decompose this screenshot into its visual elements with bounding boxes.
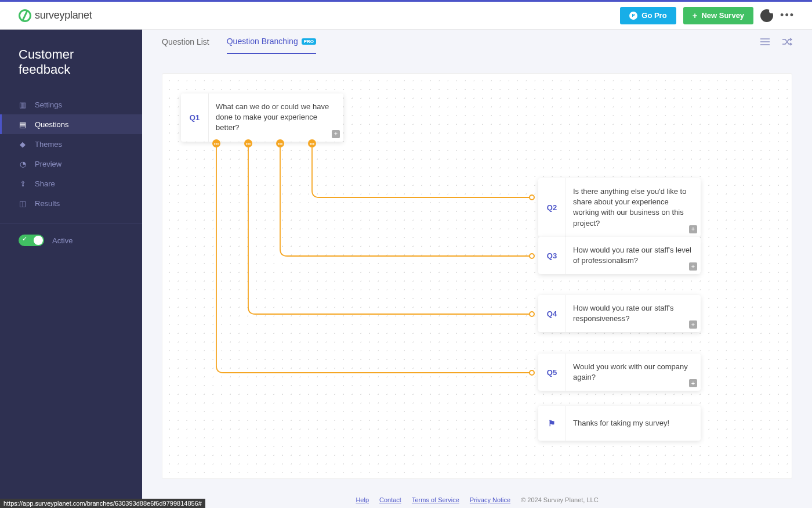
main-area: Question List Question Branching PRO xyxy=(142,30,812,508)
shuffle-icon[interactable] xyxy=(782,37,792,47)
question-card-q2[interactable]: Q2 Is there anything else you'd like to … xyxy=(538,178,701,237)
branch-endpoint xyxy=(529,194,535,200)
question-card-q1[interactable]: Q1 What can we do or could we have done … xyxy=(181,93,343,142)
sidebar-item-label: Questions xyxy=(35,120,69,129)
logo-text: surveyplanet xyxy=(35,9,92,21)
sidebar-item-label: Themes xyxy=(35,140,62,149)
branch-endpoint xyxy=(529,311,535,317)
survey-title: Customer feedback xyxy=(0,47,142,95)
pro-badge: PRO xyxy=(302,38,316,45)
list-view-icon[interactable] xyxy=(760,37,770,47)
branch-node[interactable]: ••• xyxy=(244,139,252,147)
branch-endpoint xyxy=(529,370,535,376)
footer: Help Contact Terms of Service Privacy No… xyxy=(142,492,812,508)
add-branch-icon[interactable]: + xyxy=(689,320,697,329)
sidebar-item-preview[interactable]: ◔Preview xyxy=(0,154,142,174)
branching-canvas[interactable]: Q1 What can we do or could we have done … xyxy=(162,73,792,479)
status-bar-url: https://app.surveyplanet.com/branches/63… xyxy=(0,499,205,508)
branch-endpoint xyxy=(529,253,535,259)
question-number: Q3 xyxy=(538,237,566,274)
final-card[interactable]: ⚑ Thanks for taking my survey! xyxy=(538,406,701,441)
results-icon: ◫ xyxy=(19,199,27,207)
app-header: surveyplanet P Go Pro + New Survey ••• xyxy=(0,2,812,30)
sidebar-item-results[interactable]: ◫Results xyxy=(0,193,142,213)
share-icon: ⇪ xyxy=(19,179,27,188)
tab-question-list[interactable]: Question List xyxy=(162,30,209,54)
active-toggle[interactable] xyxy=(19,235,44,246)
brand-logo[interactable]: surveyplanet xyxy=(19,9,92,22)
sidebar-divider xyxy=(0,224,142,224)
flag-icon: ⚑ xyxy=(538,406,566,441)
branch-node[interactable]: ••• xyxy=(212,139,220,147)
footer-privacy-link[interactable]: Privacy Notice xyxy=(470,496,510,503)
questions-icon: ▤ xyxy=(19,120,27,128)
pro-icon: P xyxy=(629,12,637,20)
themes-icon: ◆ xyxy=(19,140,27,148)
sidebar-nav: ▥Settings▤Questions◆Themes◔Preview⇪Share… xyxy=(0,95,142,213)
final-text: Thanks for taking my survey! xyxy=(566,406,701,441)
sidebar-item-themes[interactable]: ◆Themes xyxy=(0,134,142,154)
active-toggle-label: Active xyxy=(52,236,72,245)
question-number: Q4 xyxy=(538,295,566,332)
logo-mark-icon xyxy=(19,9,31,22)
sidebar-item-label: Settings xyxy=(35,100,62,109)
sidebar-item-label: Results xyxy=(35,199,60,208)
add-branch-icon[interactable]: + xyxy=(689,379,697,387)
question-card-q5[interactable]: Q5 Would you work with our company again… xyxy=(538,354,701,391)
question-number: Q1 xyxy=(181,93,209,142)
notifications-icon[interactable] xyxy=(760,9,773,22)
plus-icon: + xyxy=(693,10,698,20)
settings-icon: ▥ xyxy=(19,100,27,109)
question-text: How would you rate our staff's responsiv… xyxy=(566,295,701,332)
active-toggle-row: Active xyxy=(0,235,142,246)
sidebar: Customer feedback ▥Settings▤Questions◆Th… xyxy=(0,30,142,508)
footer-contact-link[interactable]: Contact xyxy=(379,496,401,503)
question-number: Q2 xyxy=(538,178,566,237)
preview-icon: ◔ xyxy=(19,160,27,168)
add-branch-icon[interactable]: + xyxy=(689,225,697,233)
question-card-q4[interactable]: Q4 How would you rate our staff's respon… xyxy=(538,295,701,332)
sidebar-item-label: Preview xyxy=(35,160,61,168)
footer-help-link[interactable]: Help xyxy=(356,496,369,503)
branch-node[interactable]: ••• xyxy=(308,139,316,147)
footer-terms-link[interactable]: Terms of Service xyxy=(412,496,459,503)
add-branch-icon[interactable]: + xyxy=(332,130,340,138)
question-number: Q5 xyxy=(538,354,566,391)
question-card-q3[interactable]: Q3 How would you rate our staff's level … xyxy=(538,237,701,274)
new-survey-button[interactable]: + New Survey xyxy=(683,7,753,24)
go-pro-button[interactable]: P Go Pro xyxy=(620,7,676,24)
tab-bar: Question List Question Branching PRO xyxy=(142,30,812,54)
footer-copyright: © 2024 Survey Planet, LLC xyxy=(521,496,598,503)
tab-question-branching[interactable]: Question Branching PRO xyxy=(227,30,316,54)
question-text: Is there anything else you'd like to sha… xyxy=(566,178,701,237)
add-branch-icon[interactable]: + xyxy=(689,262,697,271)
question-text: What can we do or could we have done to … xyxy=(209,93,343,142)
sidebar-item-settings[interactable]: ▥Settings xyxy=(0,95,142,114)
branch-node[interactable]: ••• xyxy=(276,139,284,147)
sidebar-item-questions[interactable]: ▤Questions xyxy=(0,114,142,134)
question-text: Would you work with our company again? + xyxy=(566,354,701,391)
more-menu-icon[interactable]: ••• xyxy=(780,9,795,21)
sidebar-item-label: Share xyxy=(35,179,55,188)
question-text: How would you rate our staff's level of … xyxy=(566,237,701,274)
sidebar-item-share[interactable]: ⇪Share xyxy=(0,174,142,193)
